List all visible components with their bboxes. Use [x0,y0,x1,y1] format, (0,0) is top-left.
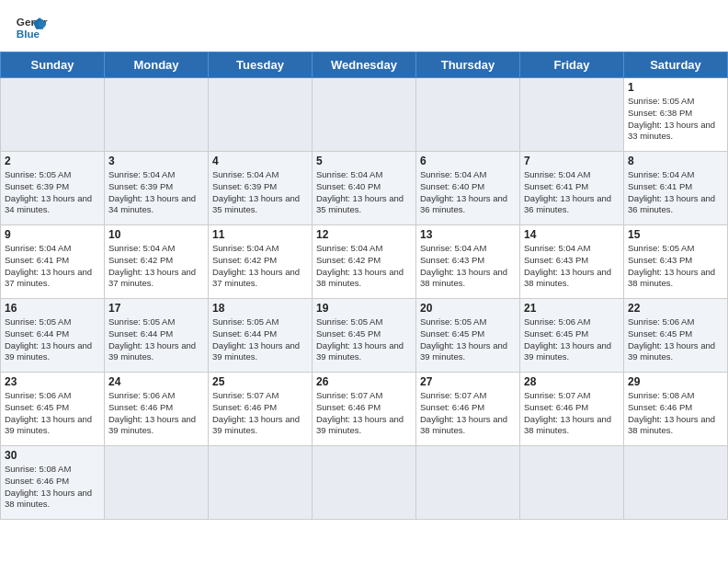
calendar-cell: 18Sunrise: 5:05 AMSunset: 6:44 PMDayligh… [209,299,313,373]
cell-content: Sunrise: 5:06 AMSunset: 6:45 PMDaylight:… [5,390,100,437]
day-number: 4 [212,155,308,167]
cell-content: Sunrise: 5:05 AMSunset: 6:44 PMDaylight:… [108,316,204,363]
day-number: 18 [212,302,308,315]
calendar-cell [1,78,105,152]
calendar-cell: 16Sunrise: 5:05 AMSunset: 6:44 PMDayligh… [1,299,105,373]
day-number: 20 [420,302,516,315]
calendar-header-row: SundayMondayTuesdayWednesdayThursdayFrid… [1,52,728,78]
cell-content: Sunrise: 5:06 AMSunset: 6:46 PMDaylight:… [108,390,204,437]
day-number: 25 [212,375,308,388]
cell-content: Sunrise: 5:04 AMSunset: 6:41 PMDaylight:… [5,243,100,290]
day-number: 27 [420,375,516,388]
calendar-cell: 25Sunrise: 5:07 AMSunset: 6:46 PMDayligh… [209,373,313,446]
cell-content: Sunrise: 5:06 AMSunset: 6:45 PMDaylight:… [628,316,723,363]
calendar-week-row: 1Sunrise: 5:05 AMSunset: 6:38 PMDaylight… [1,78,728,152]
calendar-cell: 26Sunrise: 5:07 AMSunset: 6:46 PMDayligh… [313,373,416,446]
calendar-cell: 4Sunrise: 5:04 AMSunset: 6:39 PMDaylight… [209,152,313,225]
day-number: 30 [5,449,100,462]
day-number: 23 [5,375,100,388]
cell-content: Sunrise: 5:04 AMSunset: 6:42 PMDaylight:… [108,243,204,290]
calendar-cell: 29Sunrise: 5:08 AMSunset: 6:46 PMDayligh… [624,373,728,446]
cell-content: Sunrise: 5:05 AMSunset: 6:38 PMDaylight:… [628,96,723,143]
calendar-cell [520,78,624,152]
cell-content: Sunrise: 5:07 AMSunset: 6:46 PMDaylight:… [212,390,308,437]
day-number: 7 [524,155,620,167]
cell-content: Sunrise: 5:08 AMSunset: 6:46 PMDaylight:… [5,464,100,511]
cell-content: Sunrise: 5:06 AMSunset: 6:45 PMDaylight:… [524,316,620,363]
calendar-week-row: 23Sunrise: 5:06 AMSunset: 6:45 PMDayligh… [1,373,728,446]
calendar-cell: 13Sunrise: 5:04 AMSunset: 6:43 PMDayligh… [416,225,520,299]
logo: General Blue [15,11,48,44]
day-number: 21 [524,302,620,315]
weekday-header-friday: Friday [520,52,624,78]
calendar-cell: 7Sunrise: 5:04 AMSunset: 6:41 PMDaylight… [520,152,624,225]
calendar-cell [520,446,624,520]
day-number: 5 [316,155,412,167]
calendar-cell [105,78,209,152]
day-number: 19 [316,302,412,315]
cell-content: Sunrise: 5:05 AMSunset: 6:45 PMDaylight:… [420,316,516,363]
cell-content: Sunrise: 5:04 AMSunset: 6:42 PMDaylight:… [316,243,412,290]
calendar-cell: 24Sunrise: 5:06 AMSunset: 6:46 PMDayligh… [105,373,209,446]
day-number: 10 [108,228,204,241]
calendar-cell: 23Sunrise: 5:06 AMSunset: 6:45 PMDayligh… [1,373,105,446]
calendar-cell [624,446,728,520]
calendar-table: SundayMondayTuesdayWednesdayThursdayFrid… [0,52,728,520]
day-number: 9 [5,228,100,241]
calendar-cell: 20Sunrise: 5:05 AMSunset: 6:45 PMDayligh… [416,299,520,373]
day-number: 13 [420,228,516,241]
calendar-cell: 1Sunrise: 5:05 AMSunset: 6:38 PMDaylight… [624,78,728,152]
cell-content: Sunrise: 5:08 AMSunset: 6:46 PMDaylight:… [628,390,723,437]
cell-content: Sunrise: 5:07 AMSunset: 6:46 PMDaylight:… [316,390,412,437]
logo-icon: General Blue [15,11,48,44]
calendar-cell: 8Sunrise: 5:04 AMSunset: 6:41 PMDaylight… [624,152,728,225]
cell-content: Sunrise: 5:04 AMSunset: 6:39 PMDaylight:… [212,169,308,216]
cell-content: Sunrise: 5:04 AMSunset: 6:40 PMDaylight:… [420,169,516,216]
calendar-cell: 9Sunrise: 5:04 AMSunset: 6:41 PMDaylight… [1,225,105,299]
day-number: 11 [212,228,308,241]
cell-content: Sunrise: 5:07 AMSunset: 6:46 PMDaylight:… [420,390,516,437]
cell-content: Sunrise: 5:04 AMSunset: 6:43 PMDaylight:… [420,243,516,290]
cell-content: Sunrise: 5:05 AMSunset: 6:39 PMDaylight:… [5,169,100,216]
calendar-cell: 6Sunrise: 5:04 AMSunset: 6:40 PMDaylight… [416,152,520,225]
cell-content: Sunrise: 5:04 AMSunset: 6:40 PMDaylight:… [316,169,412,216]
calendar-cell [313,78,416,152]
day-number: 26 [316,375,412,388]
calendar-cell: 22Sunrise: 5:06 AMSunset: 6:45 PMDayligh… [624,299,728,373]
day-number: 15 [628,228,723,241]
day-number: 16 [5,302,100,315]
weekday-header-saturday: Saturday [624,52,728,78]
calendar-cell: 2Sunrise: 5:05 AMSunset: 6:39 PMDaylight… [1,152,105,225]
weekday-header-thursday: Thursday [416,52,520,78]
calendar-week-row: 2Sunrise: 5:05 AMSunset: 6:39 PMDaylight… [1,152,728,225]
day-number: 14 [524,228,620,241]
cell-content: Sunrise: 5:07 AMSunset: 6:46 PMDaylight:… [524,390,620,437]
day-number: 17 [108,302,204,315]
weekday-header-wednesday: Wednesday [313,52,416,78]
weekday-header-tuesday: Tuesday [209,52,313,78]
calendar-cell: 30Sunrise: 5:08 AMSunset: 6:46 PMDayligh… [1,446,105,520]
calendar-cell: 17Sunrise: 5:05 AMSunset: 6:44 PMDayligh… [105,299,209,373]
day-number: 28 [524,375,620,388]
cell-content: Sunrise: 5:05 AMSunset: 6:43 PMDaylight:… [628,243,723,290]
cell-content: Sunrise: 5:05 AMSunset: 6:45 PMDaylight:… [316,316,412,363]
cell-content: Sunrise: 5:05 AMSunset: 6:44 PMDaylight:… [212,316,308,363]
calendar-week-row: 30Sunrise: 5:08 AMSunset: 6:46 PMDayligh… [1,446,728,520]
cell-content: Sunrise: 5:04 AMSunset: 6:41 PMDaylight:… [524,169,620,216]
calendar-week-row: 9Sunrise: 5:04 AMSunset: 6:41 PMDaylight… [1,225,728,299]
cell-content: Sunrise: 5:04 AMSunset: 6:42 PMDaylight:… [212,243,308,290]
calendar-cell: 21Sunrise: 5:06 AMSunset: 6:45 PMDayligh… [520,299,624,373]
calendar-cell [105,446,209,520]
calendar-week-row: 16Sunrise: 5:05 AMSunset: 6:44 PMDayligh… [1,299,728,373]
day-number: 12 [316,228,412,241]
calendar-cell: 11Sunrise: 5:04 AMSunset: 6:42 PMDayligh… [209,225,313,299]
calendar-cell: 28Sunrise: 5:07 AMSunset: 6:46 PMDayligh… [520,373,624,446]
weekday-header-sunday: Sunday [1,52,105,78]
calendar-cell: 15Sunrise: 5:05 AMSunset: 6:43 PMDayligh… [624,225,728,299]
day-number: 1 [628,81,723,94]
page-container: General Blue SundayMondayTuesdayWednesda… [0,0,728,520]
header: General Blue [0,0,728,52]
day-number: 6 [420,155,516,167]
calendar-cell [313,446,416,520]
cell-content: Sunrise: 5:05 AMSunset: 6:44 PMDaylight:… [5,316,100,363]
